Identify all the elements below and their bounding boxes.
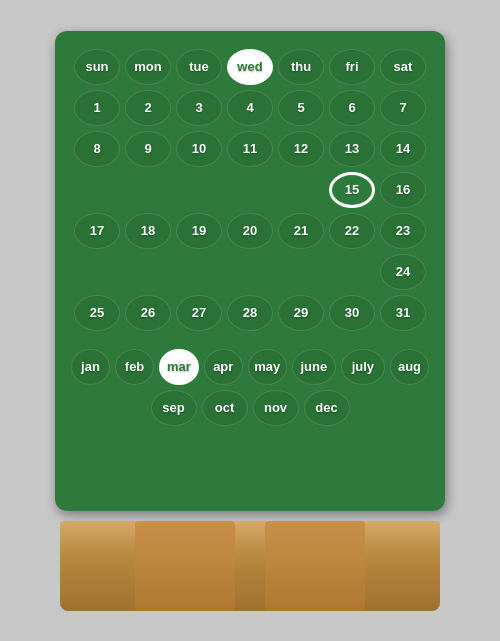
chip-4[interactable]: 4 xyxy=(227,90,273,126)
chip-27[interactable]: 27 xyxy=(176,295,222,331)
chip-jan[interactable]: jan xyxy=(71,349,110,385)
spacer xyxy=(176,254,222,290)
chip-28[interactable]: 28 xyxy=(227,295,273,331)
chip-21[interactable]: 21 xyxy=(278,213,324,249)
chip-5[interactable]: 5 xyxy=(278,90,324,126)
spacer xyxy=(227,254,273,290)
spacer xyxy=(125,172,171,208)
scene: sunmontuewedthufrisat1234567891011121314… xyxy=(40,31,460,611)
spacer xyxy=(125,254,171,290)
chip-mon[interactable]: mon xyxy=(125,49,171,85)
chip-apr[interactable]: apr xyxy=(204,349,243,385)
chip-15[interactable]: 15 xyxy=(329,172,375,208)
chip-thu[interactable]: thu xyxy=(278,49,324,85)
chip-14[interactable]: 14 xyxy=(380,131,426,167)
calendar-row: 891011121314 xyxy=(71,131,429,167)
spacer xyxy=(74,254,120,290)
chip-16[interactable]: 16 xyxy=(380,172,426,208)
chip-mar[interactable]: mar xyxy=(159,349,199,385)
chip-2[interactable]: 2 xyxy=(125,90,171,126)
chip-6[interactable]: 6 xyxy=(329,90,375,126)
divider xyxy=(71,336,429,344)
chip-31[interactable]: 31 xyxy=(380,295,426,331)
spacer xyxy=(227,172,273,208)
spacer xyxy=(176,172,222,208)
spacer xyxy=(278,172,324,208)
week-row-3: 1516 xyxy=(71,172,429,208)
chip-29[interactable]: 29 xyxy=(278,295,324,331)
spacer xyxy=(329,254,375,290)
chip-17[interactable]: 17 xyxy=(74,213,120,249)
chip-feb[interactable]: feb xyxy=(115,349,154,385)
spacer xyxy=(278,254,324,290)
chip-sat[interactable]: sat xyxy=(380,49,426,85)
calendar-row: 25262728293031 xyxy=(71,295,429,331)
wood-base xyxy=(60,521,440,611)
chip-may[interactable]: may xyxy=(248,349,287,385)
chip-7[interactable]: 7 xyxy=(380,90,426,126)
chip-nov[interactable]: nov xyxy=(253,390,299,426)
chip-8[interactable]: 8 xyxy=(74,131,120,167)
chip-13[interactable]: 13 xyxy=(329,131,375,167)
chip-sun[interactable]: sun xyxy=(74,49,120,85)
chip-fri[interactable]: fri xyxy=(329,49,375,85)
chip-9[interactable]: 9 xyxy=(125,131,171,167)
chip-oct[interactable]: oct xyxy=(202,390,248,426)
chip-30[interactable]: 30 xyxy=(329,295,375,331)
chip-dec[interactable]: dec xyxy=(304,390,350,426)
chip-july[interactable]: july xyxy=(341,349,385,385)
chip-10[interactable]: 10 xyxy=(176,131,222,167)
chip-18[interactable]: 18 xyxy=(125,213,171,249)
chip-3[interactable]: 3 xyxy=(176,90,222,126)
chip-25[interactable]: 25 xyxy=(74,295,120,331)
wood-block-right xyxy=(265,521,365,611)
calendar-row: 1234567 xyxy=(71,90,429,126)
chip-1[interactable]: 1 xyxy=(74,90,120,126)
week-row-5: 24 xyxy=(71,254,429,290)
chip-20[interactable]: 20 xyxy=(227,213,273,249)
chip-12[interactable]: 12 xyxy=(278,131,324,167)
chip-22[interactable]: 22 xyxy=(329,213,375,249)
chip-tue[interactable]: tue xyxy=(176,49,222,85)
wood-block-left xyxy=(135,521,235,611)
chip-24[interactable]: 24 xyxy=(380,254,426,290)
chip-sep[interactable]: sep xyxy=(151,390,197,426)
chip-26[interactable]: 26 xyxy=(125,295,171,331)
chip-23[interactable]: 23 xyxy=(380,213,426,249)
chip-june[interactable]: june xyxy=(292,349,336,385)
chip-aug[interactable]: aug xyxy=(390,349,429,385)
chip-11[interactable]: 11 xyxy=(227,131,273,167)
month-row-1: janfebmaraprmayjunejulyaug xyxy=(71,349,429,385)
spacer xyxy=(74,172,120,208)
calendar-board: sunmontuewedthufrisat1234567891011121314… xyxy=(55,31,445,511)
calendar-grid: sunmontuewedthufrisat1234567891011121314… xyxy=(71,49,429,426)
calendar-row: sunmontuewedthufrisat xyxy=(71,49,429,85)
chip-wed[interactable]: wed xyxy=(227,49,273,85)
calendar-row: 17181920212223 xyxy=(71,213,429,249)
month-row-2: sepoctnovdec xyxy=(71,390,429,426)
chip-19[interactable]: 19 xyxy=(176,213,222,249)
